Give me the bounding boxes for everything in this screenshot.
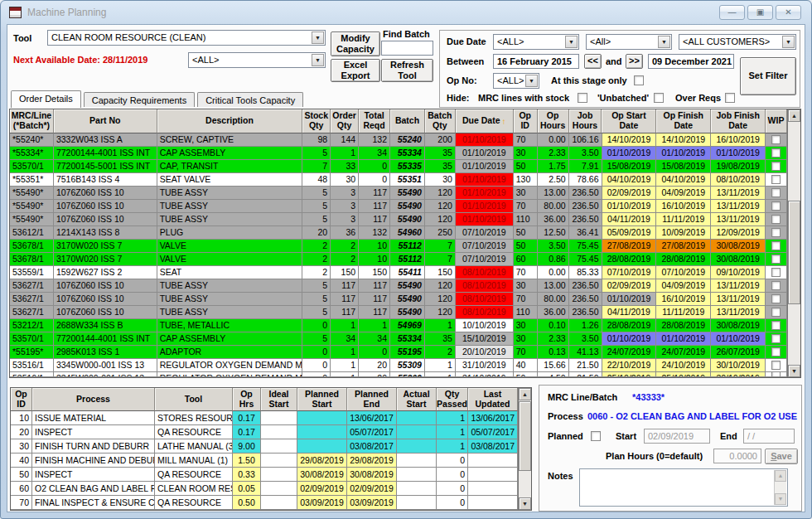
chevron-down-icon[interactable]: ▼ bbox=[658, 36, 670, 48]
ops-column-header[interactable]: Actual Start bbox=[397, 388, 437, 411]
ops-row[interactable]: 50INSPECTQA RESOURCE0.3330/08/201930/08/… bbox=[11, 468, 518, 482]
table-row[interactable]: 53678/13170W020 ISS 7VALVE221055112707/1… bbox=[10, 253, 787, 266]
wip-checkbox[interactable] bbox=[771, 135, 781, 144]
ops-row[interactable]: 20INSPECTQA RESOURCE0.1705/07/2017105/07… bbox=[11, 425, 518, 439]
chevron-down-icon[interactable]: ▼ bbox=[565, 36, 578, 48]
find-batch-input[interactable] bbox=[381, 41, 433, 56]
table-row[interactable]: 53678/13170W020 ISS 7VALVE221055112707/1… bbox=[10, 240, 787, 253]
start-date-input[interactable]: 02/09/2019 bbox=[644, 429, 710, 444]
hide-unbatched-checkbox[interactable] bbox=[654, 93, 664, 103]
sub-filter-combobox[interactable]: <ALL>▼ bbox=[188, 52, 326, 68]
title-bar[interactable]: Machine Planning — ▣ ✕ bbox=[1, 1, 811, 23]
from-date-input[interactable]: 16 February 2015 bbox=[493, 54, 579, 69]
table-row[interactable]: *55490*1076Z060 ISS 10TUBE ASSY531175549… bbox=[10, 200, 787, 213]
wip-checkbox[interactable] bbox=[771, 334, 781, 343]
wip-checkbox[interactable] bbox=[771, 372, 781, 377]
table-row[interactable]: 53627/11076Z060 ISS 10TUBE ASSY511711755… bbox=[10, 306, 787, 319]
wip-checkbox[interactable] bbox=[771, 162, 781, 171]
save-button[interactable]: Save bbox=[765, 449, 798, 464]
wip-checkbox[interactable] bbox=[771, 308, 781, 317]
grid-vertical-scrollbar[interactable]: ▲ ▼ bbox=[787, 109, 800, 377]
wip-checkbox[interactable] bbox=[771, 361, 781, 370]
table-row[interactable]: *55240*3332W043 ISS ASCREW, CAPTIVE98144… bbox=[10, 133, 787, 147]
wip-checkbox[interactable] bbox=[771, 148, 781, 158]
hide-over-reqs-checkbox[interactable] bbox=[725, 93, 735, 103]
scroll-down-icon[interactable]: ▼ bbox=[519, 497, 531, 510]
grid-column-header[interactable]: Part No bbox=[54, 109, 157, 133]
scroll-up-icon[interactable]: ▲ bbox=[788, 109, 800, 122]
ops-column-header[interactable]: Qty Passed bbox=[437, 388, 468, 411]
wip-checkbox[interactable] bbox=[771, 215, 781, 224]
next-date-button[interactable]: >> bbox=[626, 54, 643, 69]
grid-column-header[interactable]: MRC/Line (*Batch*) bbox=[10, 109, 54, 133]
wip-checkbox[interactable] bbox=[771, 294, 781, 303]
refresh-tool-button[interactable]: Refresh Tool bbox=[381, 59, 433, 82]
grid-column-header[interactable]: WIP bbox=[766, 109, 787, 133]
table-row[interactable]: *55334*77200144-4001 ISS INTCAP ASSEMBLY… bbox=[10, 147, 787, 160]
grid-column-header[interactable]: Due Date↑ bbox=[456, 109, 514, 133]
chevron-down-icon[interactable]: ▼ bbox=[525, 75, 538, 87]
table-row[interactable]: *55351*7516B143 ISS 4SEAT VALVE483005535… bbox=[10, 173, 787, 187]
wip-checkbox[interactable] bbox=[771, 241, 781, 250]
table-row[interactable]: 53570/177200145-5001 ISS INTCAP, TRANSIT… bbox=[10, 160, 787, 173]
op-no-combobox[interactable]: <ALL>▼ bbox=[493, 73, 539, 89]
table-row[interactable]: *55490*1076Z060 ISS 10TUBE ASSY531175549… bbox=[10, 213, 787, 226]
restore-button[interactable]: ▣ bbox=[747, 5, 773, 20]
grid-column-header[interactable]: Order Qty bbox=[331, 109, 359, 133]
wip-checkbox[interactable] bbox=[771, 281, 781, 290]
scroll-thumb[interactable] bbox=[788, 201, 800, 304]
tool-combobox[interactable]: CLEAN ROOM RESOURCE (CLEAN)▼ bbox=[47, 30, 326, 46]
hide-mrc-stock-checkbox[interactable] bbox=[578, 93, 587, 103]
table-row[interactable]: *55490*1076Z060 ISS 10TUBE ASSY531175549… bbox=[10, 187, 787, 200]
table-row[interactable]: 53627/11076Z060 ISS 10TUBE ASSY511711755… bbox=[10, 279, 787, 293]
ops-column-header[interactable]: Op Hrs bbox=[233, 388, 261, 411]
customers-combobox[interactable]: <ALL CUSTOMERS>▼ bbox=[679, 34, 796, 50]
ops-column-header[interactable]: Op ID bbox=[11, 388, 32, 411]
grid-column-header[interactable]: Stock Qty bbox=[302, 109, 331, 133]
set-filter-button[interactable]: Set Filter bbox=[740, 57, 796, 95]
chevron-down-icon[interactable]: ▼ bbox=[312, 54, 324, 66]
grid-column-header[interactable]: Job Hours bbox=[569, 109, 602, 133]
table-row[interactable]: 53612/11214X143 ISS 8PLUG203613254960250… bbox=[10, 226, 787, 240]
ops-column-header[interactable]: Tool bbox=[155, 388, 233, 411]
end-date-input[interactable]: / / bbox=[743, 429, 795, 444]
wip-checkbox[interactable] bbox=[771, 347, 781, 357]
at-stage-checkbox[interactable] bbox=[634, 75, 644, 85]
chevron-down-icon[interactable]: ▼ bbox=[782, 36, 795, 48]
prev-date-button[interactable]: << bbox=[584, 54, 602, 69]
ops-row[interactable]: 70FINAL INSPECT & ENSURE COMPLIANCEQA RE… bbox=[11, 496, 518, 510]
scroll-down-icon[interactable]: ▼ bbox=[775, 493, 786, 505]
modify-capacity-button[interactable]: Modify Capacity bbox=[331, 32, 380, 56]
table-row[interactable]: 53627/11076Z060 ISS 10TUBE ASSY511711755… bbox=[10, 293, 787, 306]
table-row[interactable]: 53212/12688W334 ISS BTUBE, METALLIC01154… bbox=[10, 319, 787, 332]
table-row[interactable]: *55195*2985K013 ISS 1ADAPTOR01055195220/… bbox=[10, 346, 787, 359]
table-row[interactable]: 53559/11592W627 ISS 2SEAT215015055411150… bbox=[10, 266, 787, 279]
ops-column-header[interactable]: Ideal Start bbox=[261, 388, 297, 411]
table-row[interactable]: 53516/13345W000-001 ISS 13REGULATOR OXYG… bbox=[10, 372, 787, 377]
minimize-button[interactable]: — bbox=[719, 5, 745, 20]
grid-column-header[interactable]: Op Start Date bbox=[602, 109, 656, 133]
ops-column-header[interactable]: Planned End bbox=[347, 388, 397, 411]
wip-checkbox[interactable] bbox=[771, 268, 781, 277]
wip-checkbox[interactable] bbox=[771, 175, 781, 184]
table-row[interactable]: 53516/13345W000-001 ISS 13REGULATOR OXYG… bbox=[10, 359, 787, 372]
close-button[interactable]: ✕ bbox=[776, 5, 801, 20]
secondary-combobox[interactable]: <All>▼ bbox=[586, 34, 672, 50]
chevron-down-icon[interactable]: ▼ bbox=[312, 32, 324, 44]
ops-row[interactable]: 40FINISH MACHINE AND DEBURRMILL MANUAL (… bbox=[11, 454, 518, 468]
grid-column-header[interactable]: Total Reqd bbox=[359, 109, 390, 133]
scroll-thumb[interactable] bbox=[519, 401, 531, 471]
grid-column-header[interactable]: Batch Qty bbox=[425, 109, 456, 133]
tab-critical-tools-capacity[interactable]: Critical Tools Capacity bbox=[197, 92, 303, 107]
plan-hours-input[interactable]: 0.0000 bbox=[713, 449, 761, 463]
ops-row[interactable]: 30FINISH TURN AND DEBURRLATHE MANUAL (3)… bbox=[11, 439, 518, 454]
ops-column-header[interactable]: Process bbox=[32, 388, 155, 411]
scroll-up-icon[interactable]: ▲ bbox=[519, 388, 531, 400]
scroll-down-icon[interactable]: ▼ bbox=[788, 365, 800, 377]
grid-column-header[interactable]: Batch bbox=[390, 109, 425, 133]
to-date-input[interactable]: 09 December 2021 bbox=[648, 54, 734, 69]
grid-column-header[interactable]: Description bbox=[157, 109, 303, 133]
wip-checkbox[interactable] bbox=[771, 321, 781, 330]
wip-checkbox[interactable] bbox=[771, 255, 781, 264]
scroll-up-icon[interactable]: ▲ bbox=[775, 470, 786, 482]
